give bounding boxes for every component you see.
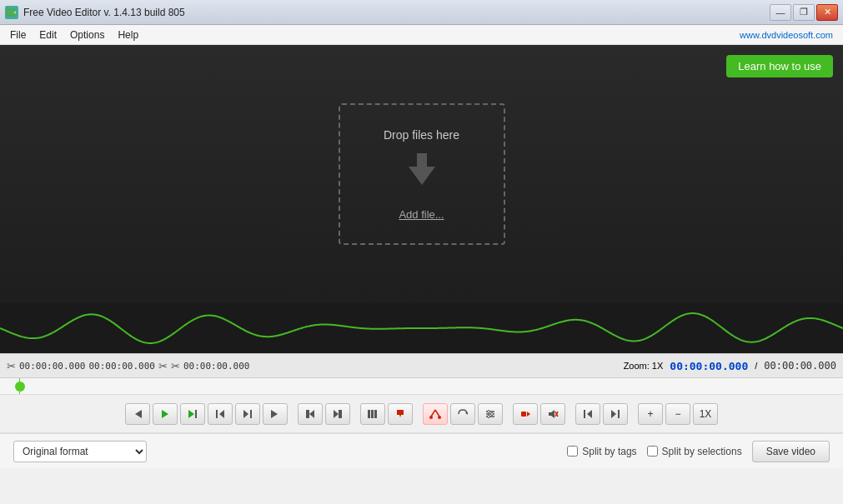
split-tags-group: Split by tags bbox=[567, 446, 636, 457]
time-separator: / bbox=[755, 361, 757, 371]
controls-area: + − 1X bbox=[0, 395, 843, 433]
plus-icon: + bbox=[647, 408, 653, 420]
add-file-link[interactable]: Add file... bbox=[399, 208, 444, 221]
svg-point-30 bbox=[488, 410, 490, 412]
prev-frame-button[interactable] bbox=[208, 403, 233, 425]
svg-rect-17 bbox=[340, 410, 342, 418]
drop-text: Drop files here bbox=[384, 128, 459, 142]
menubar: File Edit Options Help www.dvdvideosoft.… bbox=[0, 25, 843, 45]
svg-rect-18 bbox=[368, 410, 370, 418]
minimize-button[interactable]: — bbox=[770, 4, 791, 21]
zoom-label: Zoom: 1X bbox=[624, 361, 664, 371]
playhead-row[interactable] bbox=[0, 378, 843, 395]
svg-marker-11 bbox=[271, 410, 278, 418]
loop-button[interactable] bbox=[450, 403, 475, 425]
timeline-header: ✂ 00:00:00.000 00:00:00.000 ✂ ✂ 00:00:00… bbox=[0, 353, 843, 378]
svg-marker-39 bbox=[587, 410, 592, 418]
split-view-button[interactable] bbox=[360, 403, 385, 425]
timeline-right: Zoom: 1X 00:00:00.000 / 00:00:00.000 bbox=[624, 360, 836, 372]
svg-rect-33 bbox=[521, 412, 526, 417]
menu-edit[interactable]: Edit bbox=[33, 27, 63, 42]
svg-rect-35 bbox=[549, 412, 551, 416]
split-tags-checkbox[interactable] bbox=[567, 446, 578, 457]
svg-rect-7 bbox=[216, 410, 218, 418]
zoom-level-button[interactable]: 1X bbox=[693, 403, 718, 425]
minus-icon: − bbox=[675, 408, 680, 420]
play-button[interactable] bbox=[153, 403, 178, 425]
menu-file[interactable]: File bbox=[3, 27, 33, 42]
record-button[interactable] bbox=[513, 403, 538, 425]
marker3-time: 00:00:00.000 bbox=[183, 361, 249, 372]
next-marker-button[interactable] bbox=[603, 403, 628, 425]
svg-marker-41 bbox=[611, 410, 616, 418]
drop-arrow-icon bbox=[400, 150, 444, 200]
titlebar: Free Video Editor v. 1.4.13 build 805 — … bbox=[0, 0, 843, 25]
zoom-in-button[interactable]: + bbox=[638, 403, 663, 425]
playhead[interactable] bbox=[15, 382, 25, 392]
svg-line-22 bbox=[431, 410, 435, 417]
svg-rect-20 bbox=[374, 410, 377, 418]
learn-button[interactable]: Learn how to use bbox=[726, 55, 833, 77]
bottom-right: Split by tags Split by selections Save v… bbox=[567, 441, 830, 462]
split-tags-label: Split by tags bbox=[582, 446, 636, 457]
cut-icon-1: ✂ bbox=[7, 360, 16, 372]
waveform-canvas bbox=[0, 303, 843, 353]
app-title: Free Video Editor v. 1.4.13 build 805 bbox=[23, 7, 185, 18]
menu-items: File Edit Options Help bbox=[3, 27, 145, 42]
menu-options[interactable]: Options bbox=[63, 27, 111, 42]
svg-marker-21 bbox=[397, 410, 404, 417]
svg-marker-34 bbox=[527, 412, 530, 417]
close-button[interactable]: ✕ bbox=[816, 4, 838, 21]
svg-rect-16 bbox=[339, 410, 340, 418]
svg-marker-9 bbox=[243, 410, 248, 418]
marker1-time: 00:00:00.000 bbox=[19, 361, 85, 372]
zoom-level-label: 1X bbox=[700, 408, 712, 420]
cut-icon-3: ✂ bbox=[171, 360, 180, 372]
prev-marker-button[interactable] bbox=[575, 403, 600, 425]
window-controls: — ❐ ✕ bbox=[770, 4, 838, 21]
total-time: 00:00:00.000 bbox=[764, 360, 836, 372]
marker2-time: 00:00:00.000 bbox=[88, 361, 154, 372]
svg-marker-3 bbox=[135, 410, 142, 418]
drop-zone[interactable]: Drop files here Add file... bbox=[339, 103, 505, 245]
svg-marker-5 bbox=[188, 410, 194, 418]
menu-help[interactable]: Help bbox=[111, 27, 145, 42]
svg-marker-4 bbox=[162, 410, 168, 418]
restore-button[interactable]: ❐ bbox=[793, 4, 815, 21]
go-end-button[interactable] bbox=[325, 403, 350, 425]
go-back-button[interactable] bbox=[125, 403, 150, 425]
titlebar-left: Free Video Editor v. 1.4.13 build 805 bbox=[5, 6, 185, 19]
svg-marker-2 bbox=[409, 153, 435, 185]
next-frame-button[interactable] bbox=[235, 403, 260, 425]
svg-point-25 bbox=[438, 416, 441, 419]
cut-button[interactable] bbox=[423, 403, 448, 425]
download-button[interactable] bbox=[388, 403, 413, 425]
website-link[interactable]: www.dvdvideosoft.com bbox=[740, 30, 840, 40]
svg-rect-10 bbox=[250, 410, 252, 418]
video-area: Learn how to use Drop files here Add fil… bbox=[0, 45, 843, 303]
split-selections-checkbox[interactable] bbox=[647, 446, 658, 457]
svg-marker-36 bbox=[551, 410, 554, 418]
current-time: 00:00:00.000 bbox=[670, 360, 748, 372]
format-select[interactable]: Original format MP4 AVI MKV MOV WMV bbox=[13, 441, 147, 462]
zoom-out-button[interactable]: − bbox=[665, 403, 690, 425]
svg-rect-14 bbox=[308, 410, 309, 418]
save-video-button[interactable]: Save video bbox=[752, 441, 830, 462]
mute-button[interactable] bbox=[540, 403, 565, 425]
playhead-line bbox=[19, 378, 20, 394]
svg-rect-42 bbox=[618, 410, 620, 418]
svg-marker-15 bbox=[334, 410, 339, 418]
split-selections-label: Split by selections bbox=[662, 446, 742, 457]
svg-point-31 bbox=[491, 412, 494, 415]
go-start-button[interactable] bbox=[298, 403, 323, 425]
app-icon bbox=[5, 6, 18, 19]
go-forward-button[interactable] bbox=[263, 403, 288, 425]
svg-rect-40 bbox=[584, 410, 585, 418]
svg-point-24 bbox=[429, 416, 433, 419]
play-to-button[interactable] bbox=[180, 403, 205, 425]
waveform-area bbox=[0, 303, 843, 353]
svg-marker-8 bbox=[219, 410, 224, 418]
svg-line-23 bbox=[435, 410, 439, 417]
adjust-button[interactable] bbox=[478, 403, 503, 425]
bottom-bar: Original format MP4 AVI MKV MOV WMV Spli… bbox=[0, 433, 843, 468]
